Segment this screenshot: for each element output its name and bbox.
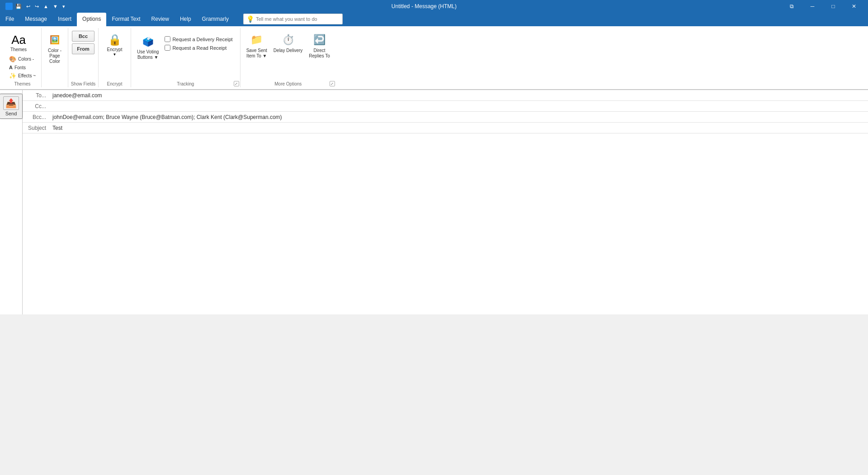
minimize-btn[interactable]: ─ [802, 0, 823, 13]
page-color-label: Color -PageColor [48, 48, 61, 64]
direct-replies-icon: ↩️ [312, 33, 327, 47]
receipt-checkboxes: Request a Delivery Receipt Request a Rea… [165, 33, 232, 51]
subject-row: Subject [23, 123, 868, 133]
tracking-group-label: Tracking [131, 81, 240, 86]
colors-label: Colors - [18, 57, 34, 62]
cc-label[interactable]: Cc... [23, 101, 50, 111]
qat-up-btn[interactable]: ▲ [42, 3, 50, 10]
send-button[interactable]: 📤 Send [0, 94, 23, 119]
direct-replies-label: DirectReplies To [309, 48, 330, 59]
bcc-button[interactable]: Bcc [72, 31, 94, 42]
tell-me-search[interactable]: 💡 [243, 14, 343, 24]
tab-format-text[interactable]: Format Text [106, 13, 146, 26]
read-receipt-label: Request a Read Receipt [172, 45, 226, 51]
to-label[interactable]: To... [23, 90, 50, 100]
email-body[interactable] [23, 133, 868, 314]
show-fields-content: Bcc From [72, 29, 94, 87]
ribbon: File Message Insert Options Format Text … [0, 13, 868, 90]
page-color-group-content: 🖼️ Color -PageColor [45, 29, 64, 87]
send-label: Send [5, 111, 17, 116]
delay-delivery-label: Delay Delivery [274, 48, 302, 53]
tracking-group-content: 🗳️ Use VotingButtons ▼ Request a Deliver… [135, 29, 233, 87]
save-sent-item-button[interactable]: 📁 Save SentItem To ▼ [244, 31, 269, 61]
send-icon: 📤 [5, 98, 17, 109]
cc-row: Cc... [23, 101, 868, 112]
fonts-icon: A [9, 65, 13, 70]
more-options-content: 📁 Save SentItem To ▼ ⏱️ Delay Delivery ↩… [244, 29, 332, 87]
page-color-button[interactable]: 🖼️ Color -PageColor [45, 31, 64, 66]
qat-more-btn[interactable]: ▾ [61, 3, 67, 10]
title-bar: 💾 ↩ ↪ ▲ ▼ ▾ Untitled - Message (HTML) ⧉ … [0, 0, 868, 13]
voting-label: Use VotingButtons ▼ [137, 49, 159, 60]
more-options-expand-btn[interactable]: ⤢ [330, 81, 335, 86]
direct-replies-button[interactable]: ↩️ DirectReplies To [307, 31, 332, 61]
maximize-btn[interactable]: □ [823, 0, 844, 13]
compose-window: 📤 Send To... Cc... Bcc... Subject [0, 90, 868, 314]
themes-label: Themes [10, 47, 27, 52]
encrypt-label: Encrypt [107, 47, 123, 52]
themes-group-label: Themes [4, 81, 41, 86]
qat-undo-btn[interactable]: ↩ [24, 3, 32, 10]
tab-insert[interactable]: Insert [52, 13, 77, 26]
tab-grammarly[interactable]: Grammarly [197, 13, 234, 26]
fonts-label: Fonts [14, 65, 26, 70]
subject-input[interactable] [50, 123, 868, 133]
window-title: Untitled - Message (HTML) [67, 3, 781, 10]
tab-file[interactable]: File [0, 13, 19, 26]
cc-input[interactable] [50, 101, 868, 111]
restore-btn[interactable]: ⧉ [781, 0, 802, 13]
page-color-group: 🖼️ Color -PageColor [42, 28, 68, 87]
tab-review[interactable]: Review [146, 13, 175, 26]
encrypt-group: 🔒 Encrypt ▼ Encrypt [99, 28, 131, 87]
window-controls: ⧉ ─ □ ✕ [781, 0, 864, 13]
themes-group: Aa Themes 🎨 Colors - A Fonts ✨ Effects ~ [4, 28, 42, 87]
themes-button[interactable]: Aa Themes [7, 31, 30, 54]
bcc-row: Bcc... [23, 112, 868, 123]
more-options-label: More Options [241, 81, 336, 86]
tracking-expand-btn[interactable]: ⤢ [234, 81, 239, 86]
quick-access-toolbar: 💾 ↩ ↪ ▲ ▼ ▾ [4, 3, 67, 10]
encrypt-icon: 🔒 [108, 33, 122, 47]
bulb-icon: 💡 [246, 15, 254, 23]
voting-icon: 🗳️ [141, 34, 155, 49]
use-voting-buttons-btn[interactable]: 🗳️ Use VotingButtons ▼ [135, 33, 161, 62]
email-fields: To... Cc... Bcc... Subject [23, 90, 868, 314]
send-icon-wrapper: 📤 [3, 96, 19, 110]
encrypt-dropdown-icon: ▼ [113, 52, 117, 57]
effects-label: Effects ~ [18, 73, 36, 78]
qat-redo-btn[interactable]: ↪ [33, 3, 41, 10]
delay-delivery-icon: ⏱️ [281, 33, 295, 47]
delivery-receipt-checkbox[interactable] [165, 36, 170, 42]
show-fields-group: Bcc From Show Fields [68, 28, 99, 87]
read-receipt-check[interactable]: Request a Read Receipt [165, 45, 232, 51]
tab-message[interactable]: Message [19, 13, 52, 26]
qat-save-btn[interactable]: 💾 [14, 3, 24, 10]
bcc-input[interactable] [50, 112, 868, 122]
effects-icon: ✨ [9, 72, 16, 79]
save-sent-icon: 📁 [250, 33, 264, 47]
effects-button[interactable]: ✨ Effects ~ [7, 71, 38, 80]
colors-icon: 🎨 [9, 56, 16, 62]
qat-down-btn[interactable]: ▼ [51, 3, 60, 10]
tracking-group: 🗳️ Use VotingButtons ▼ Request a Deliver… [131, 28, 241, 87]
send-panel: 📤 Send [0, 90, 23, 314]
ribbon-tabs: File Message Insert Options Format Text … [0, 13, 868, 26]
themes-options: 🎨 Colors - A Fonts ✨ Effects ~ [7, 55, 38, 80]
subject-label[interactable]: Subject [23, 123, 50, 133]
encrypt-button[interactable]: 🔒 Encrypt ▼ [102, 31, 127, 58]
fonts-button[interactable]: A Fonts [7, 64, 38, 71]
read-receipt-checkbox[interactable] [165, 45, 170, 51]
colors-button[interactable]: 🎨 Colors - [7, 55, 38, 63]
close-btn[interactable]: ✕ [844, 0, 864, 13]
tab-help[interactable]: Help [175, 13, 197, 26]
delay-delivery-button[interactable]: ⏱️ Delay Delivery [271, 31, 305, 55]
to-row: To... [23, 90, 868, 101]
tab-options[interactable]: Options [77, 13, 106, 26]
bcc-label[interactable]: Bcc... [23, 112, 50, 122]
delivery-receipt-check[interactable]: Request a Delivery Receipt [165, 36, 232, 42]
tell-me-input[interactable] [256, 16, 340, 22]
encrypt-group-content: 🔒 Encrypt ▼ [102, 29, 127, 87]
themes-icon: Aa [11, 33, 26, 47]
to-input[interactable] [50, 90, 868, 100]
from-button[interactable]: From [72, 43, 94, 54]
